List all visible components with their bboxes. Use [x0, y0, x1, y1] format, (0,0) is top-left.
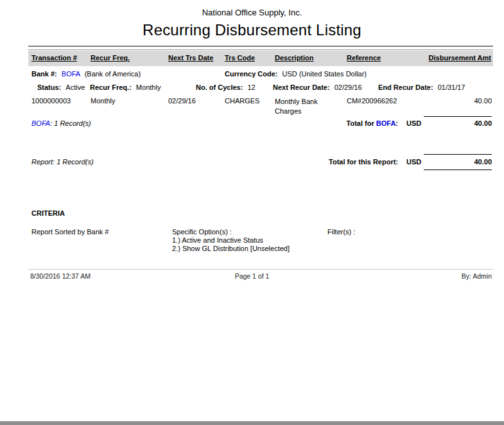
criteria-sorted-by: Report Sorted by Bank # — [31, 228, 109, 236]
end-recur-date-field: End Recur Date: 01/31/17 — [378, 83, 465, 91]
end-recur-date-value: 01/31/17 — [438, 83, 465, 91]
cycles-field: No. of Cycles: 12 — [196, 83, 256, 91]
recur-freq-label: Recur Freq.: — [90, 83, 132, 91]
group-total-currency: USD — [406, 119, 421, 127]
col-header-transaction: Transaction # — [31, 54, 77, 62]
next-recur-date-label: Next Recur Date: — [273, 83, 330, 91]
group-total-label-prefix: Total for — [347, 119, 376, 127]
col-header-reference: Reference — [347, 54, 381, 62]
group-total-amount: 40.00 — [424, 119, 492, 127]
col-header-recur-freq: Recur Freq. — [91, 54, 130, 62]
status-field: Status: Active — [37, 83, 85, 91]
col-header-next-trs-date: Next Trs Date — [168, 54, 213, 62]
end-recur-date-label: End Recur Date: — [378, 83, 433, 91]
criteria-option-2: 2.) Show GL Distribution [Unselected] — [172, 245, 290, 252]
top-double-rule — [28, 46, 493, 50]
cycles-value: 12 — [247, 83, 255, 91]
cell-transaction: 1000000003 — [31, 97, 71, 105]
currency-value: USD (United States Dollar) — [282, 70, 367, 78]
group-record-count: BOFA: 1 Record(s) — [31, 119, 91, 127]
footer-rule — [28, 269, 493, 270]
cell-recur-freq: Monthly — [91, 97, 116, 105]
report-title: Recurring Disbursement Listing — [0, 21, 504, 39]
report-total-amount: 40.00 — [424, 158, 492, 166]
group-total-bank-code[interactable]: BOFA — [376, 119, 396, 127]
group-record-suffix: : 1 Record(s) — [50, 119, 91, 127]
currency-label: Currency Code: — [225, 70, 278, 78]
cell-reference: CM#200966262 — [347, 97, 397, 105]
company-name: National Office Supply, Inc. — [0, 8, 504, 17]
cell-trs-code: CHARGES — [225, 97, 259, 105]
report-total-label: Total for this Report: — [270, 158, 398, 166]
recur-freq-field: Recur Freq.: Monthly — [90, 83, 161, 91]
status-label: Status: — [37, 83, 61, 91]
group-total-label: Total for BOFA: — [282, 119, 398, 127]
cell-next-trs-date: 02/29/16 — [168, 97, 196, 105]
status-value: Active — [65, 83, 85, 91]
recur-freq-value: Monthly — [136, 83, 161, 91]
criteria-filters-label: Filter(s) : — [327, 228, 355, 236]
criteria-option-1: 1.) Active and Inactive Status — [172, 236, 263, 244]
next-recur-date-field: Next Recur Date: 02/29/16 — [273, 83, 362, 91]
bank-name: (Bank of America) — [85, 70, 141, 78]
cycles-label: No. of Cycles: — [196, 83, 243, 91]
bank-code-link[interactable]: BOFA — [62, 70, 80, 78]
report-total-currency: USD — [406, 158, 421, 166]
report-page: National Office Supply, Inc. Recurring D… — [0, 0, 504, 425]
bank-group-header: Bank #: BOFA (Bank of America) — [31, 70, 141, 78]
col-header-disbursement-amt: Disbursement Amt — [429, 54, 491, 62]
report-total-rule-bottom — [424, 169, 492, 170]
column-header-band: Transaction # Recur Freq. Next Trs Date … — [28, 51, 493, 66]
cell-description: Monthly Bank Charges — [275, 97, 339, 116]
currency-info: Currency Code: USD (United States Dollar… — [225, 70, 367, 78]
next-recur-date-value: 02/29/16 — [335, 83, 362, 91]
window-bottom-edge — [0, 421, 504, 425]
report-record-count: Report: 1 Record(s) — [31, 158, 94, 166]
criteria-specific-options-label: Specific Option(s) : — [172, 228, 232, 236]
footer-by-user: By: Admin — [385, 272, 492, 280]
report-total-rule-top — [424, 154, 492, 155]
group-record-bank-code[interactable]: BOFA — [31, 119, 50, 127]
criteria-heading: CRITERIA — [31, 209, 65, 217]
bank-label: Bank #: — [31, 70, 57, 78]
group-total-colon: : — [395, 119, 398, 127]
col-header-description: Description — [275, 54, 314, 62]
cell-amount: 40.00 — [398, 97, 492, 105]
group-total-rule — [424, 116, 492, 117]
col-header-trs-code: Trs Code — [225, 54, 255, 62]
